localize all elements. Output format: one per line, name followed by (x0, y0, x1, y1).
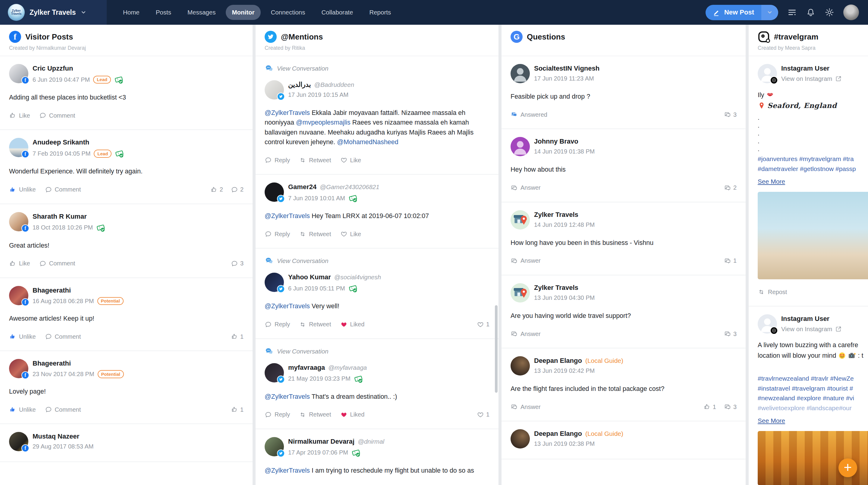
avatar[interactable] (265, 182, 284, 202)
new-item-fab[interactable]: + (838, 458, 857, 477)
answered-status[interactable]: Answered (510, 111, 547, 118)
author-name[interactable]: Deepan Elango (534, 357, 582, 365)
comment-button[interactable]: Comment (45, 406, 81, 413)
author-name[interactable]: Anudeep Srikanth (33, 138, 124, 146)
avatar[interactable] (510, 356, 530, 375)
avatar[interactable]: f (9, 359, 28, 378)
author-handle[interactable]: @myfavraaga (328, 364, 367, 371)
author-name[interactable]: Instagram User (781, 64, 842, 73)
author-name[interactable]: Zylker Travels (534, 284, 595, 292)
unlike-button[interactable]: Unlike (9, 333, 36, 340)
avatar[interactable] (510, 283, 530, 303)
unlike-button[interactable]: Unlike (9, 406, 36, 413)
view-on-instagram-link[interactable]: View on Instagram (781, 325, 842, 333)
avatar[interactable] (265, 80, 284, 99)
author-name[interactable]: بدرالدين (288, 81, 311, 89)
retweet-button[interactable]: Retweet (299, 321, 331, 328)
reply-button[interactable]: Reply (265, 411, 290, 418)
author-name[interactable]: Deepan Elango (534, 430, 582, 438)
author-handle[interactable]: @dnirmal (358, 438, 384, 445)
author-name[interactable]: Bhageerathi (33, 287, 124, 294)
answer-button[interactable]: Answer (510, 184, 541, 192)
avatar[interactable]: f (9, 286, 28, 305)
author-name[interactable]: myfavraaga (288, 364, 325, 372)
author-name[interactable]: Instagram User (781, 315, 842, 323)
reply-button[interactable]: Reply (265, 321, 290, 328)
column-scrollbar[interactable] (495, 305, 498, 393)
author-name[interactable]: Nirmalkumar Devaraj (288, 438, 354, 446)
nav-item-connections[interactable]: Connections (265, 5, 311, 20)
comment-button[interactable]: Comment (39, 260, 75, 267)
avatar[interactable] (510, 210, 530, 230)
avatar[interactable]: f (9, 64, 28, 83)
avatar[interactable] (265, 437, 284, 456)
author-name[interactable]: Sharath R Kumar (33, 212, 105, 221)
author-name[interactable]: Mustaq Nazeer (33, 432, 93, 440)
hashtags[interactable]: #newzealand #explore #nature #vi (758, 393, 868, 403)
nav-item-home[interactable]: Home (117, 5, 146, 20)
nav-item-collaborate[interactable]: Collaborate (315, 5, 359, 20)
author-handle[interactable]: @Badruddeen (314, 81, 354, 88)
nav-item-reports[interactable]: Reports (363, 5, 397, 20)
hashtags[interactable]: #travlrnewzealand #travlr #NewZe (758, 374, 868, 384)
avatar[interactable] (265, 363, 284, 382)
author-name[interactable]: SocialtestIN Vignesh (534, 64, 599, 73)
author-name[interactable]: Johnny Bravo (534, 138, 595, 145)
hashtags[interactable]: #instatravel #travelgram #tourist # (758, 384, 868, 394)
author-name[interactable]: Yahoo Kumar (288, 273, 331, 281)
nav-item-posts[interactable]: Posts (150, 5, 177, 20)
author-name[interactable]: Cric Upzzfun (33, 64, 123, 73)
avatar[interactable]: f (9, 432, 28, 451)
view-conversation-link[interactable]: View Conversation (265, 347, 490, 356)
hashtags[interactable]: #welivetoexplore #landscape#our (758, 403, 868, 413)
new-post-button[interactable]: New Post (706, 5, 778, 20)
liked-button[interactable]: Liked (340, 321, 365, 328)
author-name[interactable]: Zylker Travels (534, 211, 595, 219)
comment-button[interactable]: Comment (39, 112, 75, 119)
answer-button[interactable]: Answer (510, 257, 541, 264)
retweet-button[interactable]: Retweet (299, 411, 331, 418)
avatar[interactable] (510, 64, 530, 83)
reply-button[interactable]: Reply (265, 156, 290, 164)
new-post-dropdown[interactable] (761, 5, 778, 20)
comment-button[interactable]: Comment (45, 186, 81, 193)
settings-gear-icon[interactable] (825, 7, 834, 17)
answer-button[interactable]: Answer (510, 330, 541, 338)
avatar[interactable]: f (9, 138, 28, 157)
hashtags[interactable]: #joanventures #mytravelgram #tra (758, 154, 868, 164)
see-more-link[interactable]: See More (758, 417, 785, 424)
view-conversation-link[interactable]: View Conversation (265, 256, 490, 265)
nav-item-messages[interactable]: Messages (181, 5, 221, 20)
avatar[interactable]: f (9, 212, 28, 231)
like-button[interactable]: Like (9, 112, 30, 119)
user-avatar[interactable] (843, 4, 859, 20)
avatar[interactable] (510, 429, 530, 449)
unlike-button[interactable]: Unlike (9, 186, 36, 193)
liked-button[interactable]: Liked (340, 411, 365, 418)
view-conversation-link[interactable]: View Conversation (265, 64, 490, 73)
author-handle[interactable]: @Gamer2430206821 (320, 183, 379, 191)
retweet-button[interactable]: Retweet (299, 230, 331, 238)
notifications-bell-icon[interactable] (806, 7, 815, 17)
repost-button[interactable]: Repost (758, 288, 868, 295)
avatar[interactable] (758, 64, 777, 83)
author-name[interactable]: Bhageerathi (33, 360, 124, 367)
reply-button[interactable]: Reply (265, 230, 290, 238)
like-button[interactable]: Like (340, 230, 361, 238)
retweet-button[interactable]: Retweet (299, 156, 331, 164)
activity-list-icon[interactable] (787, 7, 797, 17)
view-on-instagram-link[interactable]: View on Instagram (781, 75, 842, 82)
avatar[interactable] (265, 273, 284, 292)
hashtags[interactable]: #dametraveler #getlostnow #passp (758, 164, 868, 174)
like-button[interactable]: Like (9, 260, 30, 267)
answer-button[interactable]: Answer (510, 403, 541, 410)
comment-button[interactable]: Comment (45, 333, 81, 340)
brand-switcher[interactable]: Zylker Travels Zylker Travels (0, 0, 107, 25)
avatar[interactable] (758, 314, 777, 334)
see-more-link[interactable]: See More (758, 178, 785, 185)
like-button[interactable]: Like (340, 156, 361, 164)
avatar[interactable] (510, 137, 530, 156)
nav-item-monitor[interactable]: Monitor (226, 5, 260, 20)
author-name[interactable]: Gamer24 (288, 183, 316, 191)
author-handle[interactable]: @social4vignesh (334, 274, 381, 281)
